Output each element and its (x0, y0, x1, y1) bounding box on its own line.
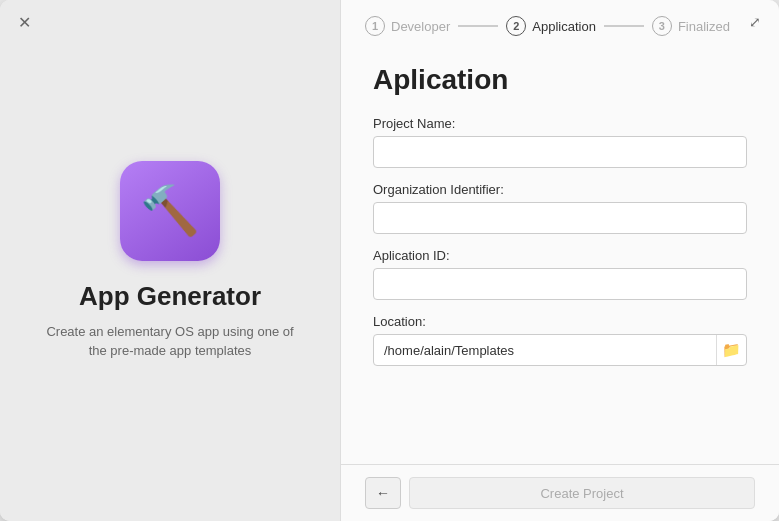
app-window: ✕ ⤢ 🔨 App Generator Create an elementary… (0, 0, 779, 521)
create-project-button[interactable]: Create Project (409, 477, 755, 509)
left-panel: 🔨 App Generator Create an elementary OS … (0, 0, 340, 521)
expand-button[interactable]: ⤢ (745, 12, 765, 32)
app-title: App Generator (79, 281, 261, 312)
main-content: 🔨 App Generator Create an elementary OS … (0, 0, 779, 521)
location-label: Location: (373, 314, 747, 329)
step-2-number: 2 (506, 16, 526, 36)
step-1: 1 Developer (365, 16, 450, 36)
org-identifier-label: Organization Identifier: (373, 182, 747, 197)
step-3: 3 Finalized (652, 16, 730, 36)
project-name-field: Project Name: (373, 116, 747, 168)
project-name-input[interactable] (373, 136, 747, 168)
hammer-icon: 🔨 (140, 183, 200, 239)
location-field: Location: 📁 (373, 314, 747, 366)
step-2-label: Application (532, 19, 596, 34)
app-id-field: Aplication ID: (373, 248, 747, 300)
app-icon: 🔨 (120, 161, 220, 261)
step-1-number: 1 (365, 16, 385, 36)
right-panel: 1 Developer 2 Application 3 Finalized Ap… (340, 0, 779, 521)
stepper: 1 Developer 2 Application 3 Finalized (341, 0, 779, 48)
project-name-label: Project Name: (373, 116, 747, 131)
form-content: Aplication Project Name: Organization Id… (341, 48, 779, 464)
form-title: Aplication (373, 64, 747, 96)
step-3-label: Finalized (678, 19, 730, 34)
org-identifier-field: Organization Identifier: (373, 182, 747, 234)
app-id-label: Aplication ID: (373, 248, 747, 263)
step-3-number: 3 (652, 16, 672, 36)
step-connector-1 (458, 25, 498, 27)
app-description: Create an elementary OS app using one of… (40, 322, 300, 361)
step-1-label: Developer (391, 19, 450, 34)
browse-folder-button[interactable]: 📁 (716, 335, 746, 365)
location-wrapper: 📁 (373, 334, 747, 366)
window-controls: ✕ (14, 12, 34, 32)
close-button[interactable]: ✕ (14, 12, 34, 32)
org-identifier-input[interactable] (373, 202, 747, 234)
footer: ← Create Project (341, 464, 779, 521)
app-id-input[interactable] (373, 268, 747, 300)
back-button[interactable]: ← (365, 477, 401, 509)
step-2: 2 Application (506, 16, 596, 36)
location-input[interactable] (374, 335, 716, 365)
step-connector-2 (604, 25, 644, 27)
